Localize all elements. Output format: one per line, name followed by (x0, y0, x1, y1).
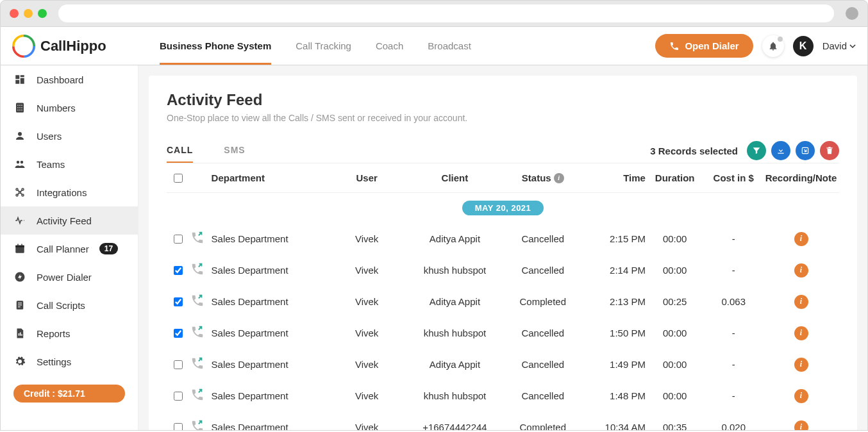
row-checkbox[interactable] (174, 235, 183, 244)
cell-client: Aditya Appit (405, 296, 505, 307)
svg-point-26 (19, 192, 21, 194)
teams-icon (13, 158, 26, 170)
sidebar-item-label: Users (37, 131, 62, 142)
row-checkbox[interactable] (174, 329, 183, 338)
close-window-button[interactable] (10, 9, 19, 18)
sub-tab-sms[interactable]: SMS (224, 138, 245, 163)
tab-coach[interactable]: Coach (376, 28, 403, 65)
cell-department: Sales Department (212, 390, 329, 401)
info-button[interactable]: i (794, 326, 808, 340)
cell-user: Vivek (329, 422, 405, 430)
sidebar-item-call-scripts[interactable]: Call Scripts (1, 291, 138, 319)
cell-status: Cancelled (505, 328, 581, 338)
svg-point-4 (21, 41, 27, 47)
outgoing-call-icon (190, 388, 204, 402)
cell-department: Sales Department (212, 233, 329, 244)
activity-icon (13, 214, 26, 227)
svg-point-18 (21, 110, 22, 111)
cell-recording: i (763, 389, 839, 403)
phone-icon (669, 41, 680, 51)
status-info-icon[interactable]: i (554, 173, 564, 183)
sidebar-item-settings[interactable]: Settings (1, 347, 138, 376)
credit-badge[interactable]: Credit : $21.71 (13, 385, 125, 403)
notifications-button[interactable] (762, 35, 784, 57)
sidebar-item-label: Power Dialer (37, 272, 92, 283)
tab-broadcast[interactable]: Broadcast (428, 28, 471, 65)
records-selected-label: 3 Records selected (650, 145, 738, 156)
row-checkbox[interactable] (174, 297, 183, 306)
table-row: Sales DepartmentVivekAditya AppitCancell… (167, 223, 839, 254)
sub-tab-call[interactable]: CALL (167, 138, 193, 163)
info-button[interactable]: i (794, 420, 808, 431)
row-checkbox[interactable] (174, 423, 183, 431)
download-button[interactable] (771, 141, 790, 160)
scripts-icon (13, 299, 26, 312)
sidebar-item-reports[interactable]: Reports (1, 319, 138, 347)
sidebar-item-numbers[interactable]: Numbers (1, 94, 138, 122)
cell-time: 1:49 PM (581, 359, 646, 370)
svg-point-21 (21, 161, 24, 164)
cell-department: Sales Department (212, 296, 329, 307)
row-checkbox[interactable] (174, 266, 183, 275)
svg-point-15 (21, 107, 22, 108)
cell-user: Vivek (329, 390, 405, 401)
cell-client: +16674442244 (405, 422, 505, 430)
integrations-icon (13, 186, 26, 199)
profile-dot[interactable] (846, 7, 858, 20)
cell-client: khush hubspot (405, 265, 505, 276)
app-header: CallHippo Business Phone System Call Tra… (0, 27, 868, 65)
info-button[interactable]: i (794, 263, 808, 278)
sidebar-item-label: Activity Feed (37, 215, 92, 226)
user-name-label: David (822, 40, 847, 51)
maximize-window-button[interactable] (38, 9, 47, 18)
table-row: Sales DepartmentVivek+16674442244Complet… (167, 411, 839, 430)
info-button[interactable]: i (794, 295, 808, 309)
cell-duration: 00:00 (646, 328, 705, 338)
numbers-icon (13, 101, 26, 114)
col-status: Statusi (505, 172, 581, 183)
outgoing-call-icon (190, 231, 204, 245)
cell-cost: - (704, 233, 763, 244)
tab-call-tracking[interactable]: Call Tracking (296, 28, 351, 65)
sidebar-item-teams[interactable]: Teams (1, 150, 138, 178)
cell-user: Vivek (329, 265, 405, 276)
brand-name: CallHippo (40, 38, 106, 54)
tab-business-phone[interactable]: Business Phone System (160, 28, 271, 65)
row-checkbox[interactable] (174, 392, 183, 401)
select-all-checkbox[interactable] (174, 174, 183, 183)
cell-department: Sales Department (212, 265, 329, 276)
power-icon (13, 270, 26, 283)
open-dialer-button[interactable]: Open Dialer (655, 34, 753, 58)
row-checkbox[interactable] (174, 360, 183, 369)
sidebar-item-power-dialer[interactable]: Power Dialer (1, 263, 138, 291)
info-button[interactable]: i (794, 358, 808, 372)
info-button[interactable]: i (794, 389, 808, 403)
export-button[interactable] (796, 141, 815, 160)
cell-client: Aditya Appit (405, 359, 505, 370)
svg-point-19 (18, 132, 22, 136)
sidebar-item-activity-feed[interactable]: Activity Feed (1, 206, 138, 235)
avatar[interactable]: K (793, 36, 814, 56)
cell-department: Sales Department (212, 328, 329, 338)
sidebar-item-integrations[interactable]: Integrations (1, 178, 138, 206)
user-menu[interactable]: David (822, 40, 856, 51)
delete-button[interactable] (820, 141, 839, 160)
col-time: Time (581, 172, 646, 183)
sidebar-item-call-planner[interactable]: Call Planner17 (1, 235, 138, 263)
cell-duration: 00:00 (646, 265, 705, 276)
svg-rect-30 (21, 244, 22, 246)
minimize-window-button[interactable] (24, 9, 33, 18)
sidebar-item-users[interactable]: Users (1, 122, 138, 150)
url-bar[interactable] (58, 4, 834, 22)
open-dialer-label: Open Dialer (685, 40, 739, 51)
svg-point-23 (22, 188, 24, 190)
cell-recording: i (763, 232, 839, 246)
info-button[interactable]: i (794, 232, 808, 246)
svg-rect-35 (18, 306, 21, 307)
sidebar-item-dashboard[interactable]: Dashboard (1, 65, 138, 94)
filter-button[interactable] (747, 141, 766, 160)
cell-user: Vivek (329, 328, 405, 338)
svg-rect-8 (15, 80, 19, 84)
svg-point-24 (16, 194, 18, 196)
cell-recording: i (763, 263, 839, 278)
